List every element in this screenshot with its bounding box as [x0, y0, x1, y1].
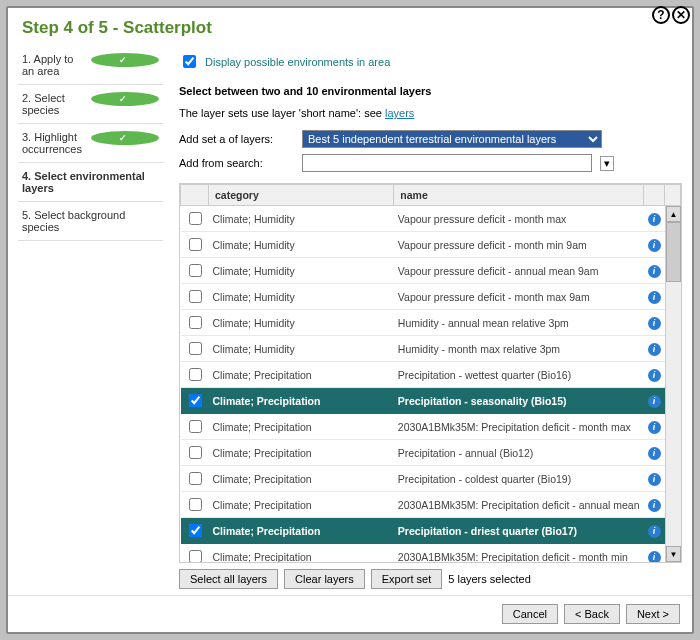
layers-link[interactable]: layers	[385, 107, 414, 119]
row-category: Climate; Humidity	[209, 284, 394, 310]
info-icon[interactable]: i	[648, 525, 661, 538]
row-category: Climate; Precipitation	[209, 544, 394, 564]
row-checkbox[interactable]	[189, 394, 202, 407]
row-category: Climate; Humidity	[209, 310, 394, 336]
check-icon: ✓	[91, 92, 160, 106]
check-icon: ✓	[91, 53, 160, 67]
wizard-step[interactable]: 5. Select background species	[18, 202, 163, 241]
table-scrollbar[interactable]: ▲ ▼	[665, 206, 681, 562]
row-name: Vapour pressure deficit - annual mean 9a…	[394, 258, 644, 284]
table-row[interactable]: Climate; PrecipitationPrecipitation - dr…	[181, 518, 681, 544]
info-icon[interactable]: i	[648, 291, 661, 304]
row-category: Climate; Precipitation	[209, 466, 394, 492]
row-category: Climate; Precipitation	[209, 518, 394, 544]
table-row[interactable]: Climate; HumidityVapour pressure deficit…	[181, 284, 681, 310]
table-row[interactable]: Climate; PrecipitationPrecipitation - se…	[181, 388, 681, 414]
wizard-step[interactable]: 1. Apply to an area✓	[18, 46, 163, 85]
row-checkbox[interactable]	[189, 264, 202, 277]
clear-layers-button[interactable]: Clear layers	[284, 569, 365, 589]
display-environments-checkbox[interactable]	[183, 55, 196, 68]
close-icon[interactable]: ✕	[672, 6, 690, 24]
search-label: Add from search:	[179, 157, 294, 169]
row-name: 2030A1BMk35M: Precipitation deficit - an…	[394, 492, 644, 518]
info-icon[interactable]: i	[648, 421, 661, 434]
next-button[interactable]: Next >	[626, 604, 680, 624]
row-checkbox[interactable]	[189, 446, 202, 459]
scroll-down-button[interactable]: ▼	[666, 546, 681, 562]
table-row[interactable]: Climate; HumidityVapour pressure deficit…	[181, 232, 681, 258]
cancel-button[interactable]: Cancel	[502, 604, 558, 624]
info-icon[interactable]: i	[648, 213, 661, 226]
scroll-thumb[interactable]	[666, 222, 681, 282]
row-category: Climate; Precipitation	[209, 414, 394, 440]
table-row[interactable]: Climate; Precipitation2030A1BMk35M: Prec…	[181, 492, 681, 518]
info-icon[interactable]: i	[648, 447, 661, 460]
info-icon[interactable]: i	[648, 499, 661, 512]
col-indicator	[665, 185, 681, 206]
info-icon[interactable]: i	[648, 343, 661, 356]
col-name[interactable]: name	[394, 185, 644, 206]
wizard-step-label: 5. Select background species	[22, 209, 159, 233]
row-checkbox[interactable]	[189, 498, 202, 511]
table-row[interactable]: Climate; HumidityHumidity - month max re…	[181, 336, 681, 362]
row-checkbox[interactable]	[189, 212, 202, 225]
row-category: Climate; Precipitation	[209, 492, 394, 518]
col-info	[644, 185, 665, 206]
search-input[interactable]	[302, 154, 592, 172]
row-name: Humidity - annual mean relative 3pm	[394, 310, 644, 336]
dialog-title: Step 4 of 5 - Scatterplot	[8, 8, 692, 46]
search-dropdown-button[interactable]: ▾	[600, 156, 614, 171]
row-category: Climate; Precipitation	[209, 362, 394, 388]
back-button[interactable]: < Back	[564, 604, 620, 624]
wizard-step-label: 2. Select species	[22, 92, 91, 116]
row-name: Vapour pressure deficit - month max	[394, 206, 644, 232]
row-checkbox[interactable]	[189, 342, 202, 355]
dialog: ? ✕ Step 4 of 5 - Scatterplot 1. Apply t…	[6, 6, 694, 634]
info-icon[interactable]: i	[648, 317, 661, 330]
row-name: Vapour pressure deficit - month min 9am	[394, 232, 644, 258]
row-checkbox[interactable]	[189, 368, 202, 381]
row-name: Precipitation - wettest quarter (Bio16)	[394, 362, 644, 388]
display-environments-label: Display possible environments in area	[205, 56, 390, 68]
row-checkbox[interactable]	[189, 472, 202, 485]
row-checkbox[interactable]	[189, 316, 202, 329]
help-icon[interactable]: ?	[652, 6, 670, 24]
row-name: Precipitation - coldest quarter (Bio19)	[394, 466, 644, 492]
wizard-step[interactable]: 2. Select species✓	[18, 85, 163, 124]
info-icon[interactable]: i	[648, 395, 661, 408]
check-icon: ✓	[91, 131, 160, 145]
row-category: Climate; Humidity	[209, 232, 394, 258]
table-row[interactable]: Climate; HumidityVapour pressure deficit…	[181, 206, 681, 232]
row-checkbox[interactable]	[189, 290, 202, 303]
info-icon[interactable]: i	[648, 265, 661, 278]
row-category: Climate; Humidity	[209, 336, 394, 362]
row-name: Precipitation - seasonality (Bio15)	[394, 388, 644, 414]
row-checkbox[interactable]	[189, 550, 202, 563]
scroll-up-button[interactable]: ▲	[666, 206, 681, 222]
info-icon[interactable]: i	[648, 473, 661, 486]
wizard-step[interactable]: 3. Highlight occurrences✓	[18, 124, 163, 163]
table-row[interactable]: Climate; Precipitation2030A1BMk35M: Prec…	[181, 414, 681, 440]
export-set-button[interactable]: Export set	[371, 569, 443, 589]
table-row[interactable]: Climate; PrecipitationPrecipitation - an…	[181, 440, 681, 466]
table-row[interactable]: Climate; PrecipitationPrecipitation - co…	[181, 466, 681, 492]
layer-note-text: The layer sets use layer 'short name': s…	[179, 107, 385, 119]
col-category[interactable]: category	[209, 185, 394, 206]
table-row[interactable]: Climate; HumidityHumidity - annual mean …	[181, 310, 681, 336]
select-all-button[interactable]: Select all layers	[179, 569, 278, 589]
table-row[interactable]: Climate; HumidityVapour pressure deficit…	[181, 258, 681, 284]
table-row[interactable]: Climate; Precipitation2030A1BMk35M: Prec…	[181, 544, 681, 564]
info-icon[interactable]: i	[648, 239, 661, 252]
row-checkbox[interactable]	[189, 524, 202, 537]
info-icon[interactable]: i	[648, 369, 661, 382]
row-category: Climate; Precipitation	[209, 440, 394, 466]
wizard-step[interactable]: 4. Select environmental layers	[18, 163, 163, 202]
addset-select[interactable]: Best 5 independent terrestrial environme…	[302, 130, 602, 148]
row-checkbox[interactable]	[189, 420, 202, 433]
table-row[interactable]: Climate; PrecipitationPrecipitation - we…	[181, 362, 681, 388]
row-checkbox[interactable]	[189, 238, 202, 251]
select-layers-heading: Select between two and 10 environmental …	[179, 77, 682, 105]
row-name: Humidity - month max relative 3pm	[394, 336, 644, 362]
layer-note: The layer sets use layer 'short name': s…	[179, 105, 682, 127]
info-icon[interactable]: i	[648, 551, 661, 564]
